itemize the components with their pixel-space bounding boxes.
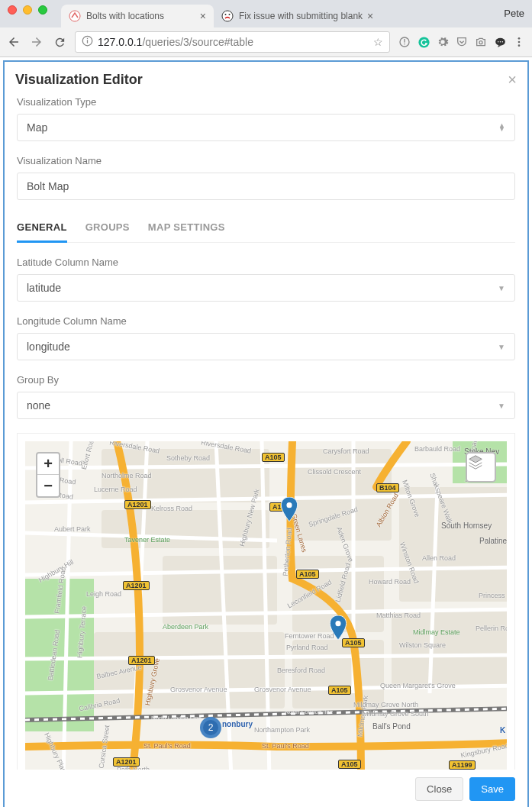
zoom-in-button[interactable]: +: [37, 454, 59, 475]
road-label: St. Paul's Road: [143, 742, 191, 750]
map-canvas[interactable]: Sotheby Road Northolme Road Lucerne Road…: [25, 441, 507, 770]
road-label: Mildmay Grove North: [353, 701, 418, 709]
svg-point-16: [518, 37, 521, 40]
tab-close-icon[interactable]: ×: [367, 11, 373, 21]
svg-point-17: [518, 41, 521, 44]
road-shield: A1201: [123, 581, 150, 590]
road-shield: A1201: [128, 656, 155, 665]
extension-icons: [398, 35, 526, 49]
road-label: Mildmay Grove South: [363, 710, 429, 718]
road-label: Grosvenor Avenue: [170, 686, 227, 693]
svg-point-32: [335, 621, 340, 626]
browser-toolbar: 127.0.0.1/queries/3/source#table ☆: [0, 27, 532, 57]
url-host: 127.0.0.1: [98, 36, 142, 48]
place-label: Ball's Pond: [372, 722, 411, 731]
road-shield-b: B104: [376, 483, 399, 492]
road-shield: A1201: [113, 757, 140, 767]
grammarly-icon[interactable]: [417, 35, 430, 49]
back-button[interactable]: [6, 34, 21, 50]
tab-favicon: [69, 10, 81, 22]
group-by-value: none: [27, 399, 50, 412]
map-container: Sotheby Road Northolme Road Lucerne Road…: [17, 433, 515, 770]
svg-rect-6: [87, 38, 88, 39]
road-label: Allen Road: [422, 554, 456, 562]
road-label: North London line: [285, 709, 333, 715]
address-bar[interactable]: 127.0.0.1/queries/3/source#table ☆: [75, 31, 390, 53]
road-shield: A105: [338, 760, 361, 769]
chat-icon[interactable]: [493, 35, 507, 49]
extension-gear-icon[interactable]: [436, 35, 450, 49]
window-minimize-button[interactable]: [23, 5, 32, 15]
svg-point-15: [501, 41, 502, 42]
tab-favicon: [221, 10, 234, 22]
tab-map-settings[interactable]: MAP SETTINGS: [148, 214, 225, 242]
tab-title: Fix issue with submitting blank: [239, 11, 363, 21]
vis-name-value: Bolt Map: [27, 180, 69, 192]
road-label: Queen Margaret's Grove: [380, 682, 456, 689]
svg-point-13: [497, 41, 498, 42]
chrome-menu-icon[interactable]: [512, 35, 526, 49]
tab-strip: Bolts with locations × Fix issue with su…: [0, 0, 532, 27]
road-shield: A105: [328, 686, 351, 695]
lat-column-value: latitude: [27, 282, 61, 294]
lat-column-select[interactable]: latitude ▼: [17, 274, 515, 302]
group-by-select[interactable]: none ▼: [17, 392, 515, 419]
window-close-button[interactable]: [8, 5, 17, 15]
road-label: Barbauld Road: [414, 445, 460, 453]
svg-point-3: [229, 14, 231, 15]
map-layers-button[interactable]: [466, 452, 496, 483]
road-label: Beresford Road: [277, 667, 325, 674]
map-marker[interactable]: [281, 497, 298, 521]
tab-close-icon[interactable]: ×: [200, 11, 206, 21]
road-label: Sotheby Road: [166, 454, 210, 462]
site-info-icon[interactable]: [82, 35, 93, 49]
tab-groups[interactable]: GROUPS: [85, 214, 130, 242]
reload-button[interactable]: [52, 34, 67, 50]
browser-tab-active[interactable]: Bolts with locations ×: [61, 5, 214, 27]
svg-rect-5: [87, 40, 88, 43]
window-zoom-button[interactable]: [38, 5, 47, 15]
lon-column-label: Longitude Column Name: [17, 315, 515, 327]
place-label: nonbury: [222, 720, 253, 728]
map-marker[interactable]: [330, 615, 347, 640]
visualization-editor-modal: Visualization Editor × Visualization Typ…: [3, 60, 529, 807]
save-button[interactable]: Save: [469, 777, 515, 801]
lat-column-label: Latitude Column Name: [17, 257, 515, 268]
lon-column-select[interactable]: longitude ▼: [17, 333, 515, 360]
road-label: St. Paul's Road: [262, 742, 309, 750]
pocket-icon[interactable]: [455, 35, 469, 49]
browser-chrome: Pete Bolts with locations × Fix issue wi…: [0, 0, 532, 57]
extension-icon[interactable]: [398, 35, 411, 49]
browser-tab[interactable]: Fix issue with submitting blank ×: [214, 5, 381, 27]
vis-type-select[interactable]: Map ▲▼: [17, 114, 515, 141]
road-label: Northampton Park: [254, 726, 310, 734]
svg-rect-8: [404, 39, 405, 43]
svg-point-11: [479, 41, 482, 44]
road-label: Howard Road: [369, 578, 411, 586]
road-label: Pyrland Road: [286, 644, 328, 651]
road-label: Princess: [479, 592, 505, 599]
tab-title: Bolts with locations: [86, 11, 195, 21]
camera-icon[interactable]: [474, 35, 488, 49]
select-caret-icon: ▼: [498, 343, 505, 351]
vis-name-input[interactable]: Bolt Map: [17, 173, 515, 200]
road-label: Clissold Crescent: [308, 468, 361, 476]
profile-name[interactable]: Pete: [504, 8, 524, 19]
place-label: Palatine: [479, 537, 507, 545]
modal-close-button[interactable]: ×: [508, 71, 517, 89]
close-button[interactable]: Close: [415, 777, 463, 801]
svg-rect-9: [404, 44, 405, 44]
lon-column-value: longitude: [27, 341, 70, 353]
road-label: Ferntower Road: [285, 632, 334, 640]
road-label: Kelross Road: [151, 505, 192, 512]
map-cluster[interactable]: 2: [200, 717, 221, 738]
place-label: K: [500, 726, 505, 734]
zoom-out-button[interactable]: −: [37, 475, 59, 496]
vis-type-value: Map: [27, 121, 47, 134]
svg-point-2: [225, 14, 227, 15]
group-by-label: Group By: [17, 374, 515, 386]
url-path: /queries/3/source#table: [142, 36, 253, 48]
tab-general[interactable]: GENERAL: [17, 214, 67, 243]
bookmark-star-icon[interactable]: ☆: [373, 36, 383, 48]
road-label: Pellerin Road: [476, 625, 507, 632]
